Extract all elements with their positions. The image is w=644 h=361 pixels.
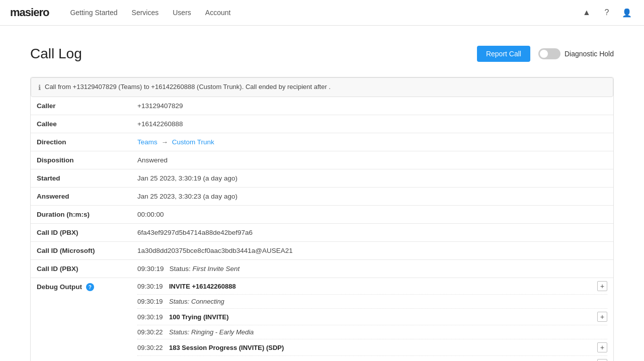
debug-help-icon[interactable]: ? (86, 283, 94, 291)
debug-content: 100 Trying (INVITE) (169, 313, 593, 321)
field-label-caller: Caller (31, 97, 131, 115)
field-value-callid-microsoft: 1a30d8dd20375bce8cf0aac3bdb3441a@AUSEA21 (131, 242, 613, 260)
navbar: masiero Getting Started Services Users A… (0, 0, 644, 26)
field-value-disposition: Answered (131, 151, 613, 169)
debug-time: 09:30:19 (137, 283, 165, 290)
field-value-callee: +16142260888 (131, 115, 613, 133)
diagnostic-hold-label: Diagnostic Hold (565, 50, 614, 58)
debug-time: 09:30:19 (137, 298, 165, 305)
info-circle-icon: ℹ (38, 83, 41, 92)
main-content: Call Log Report Call Diagnostic Hold ℹ C… (0, 26, 644, 361)
debug-expand-button[interactable]: + (597, 359, 607, 361)
field-value-started: Jan 25 2023, 3:30:19 (a day ago) (131, 169, 613, 188)
field-value-callid-pbx: 6fa43ef9297d5b4714a88de42bef97a6 (131, 224, 613, 242)
field-label-callid-microsoft: Call ID (Microsoft) (31, 242, 131, 260)
field-value-direction: Teams → Custom Trunk (131, 133, 613, 151)
debug-status-text: Status: Ringing - Early Media (169, 328, 254, 336)
upload-icon[interactable]: ▲ (580, 6, 594, 20)
callid-time: 09:30:19 (137, 265, 164, 273)
debug-content: 183 Session Progress (INVITE) (SDP) (169, 344, 593, 351)
nav-getting-started[interactable]: Getting Started (64, 6, 123, 20)
debug-output-row: 09:30:19 INVITE +16142260888 + (137, 278, 607, 295)
info-message: Call from +13129407829 (Teams) to +16142… (45, 83, 331, 91)
header-actions: Report Call Diagnostic Hold (477, 46, 614, 62)
debug-bold-text: 100 Trying (INVITE) (169, 313, 228, 321)
field-value-duration: 00:00:00 (131, 206, 613, 224)
user-icon[interactable]: 👤 (620, 6, 634, 20)
field-value-callid-pbx-status: 09:30:19 Status: First Invite Sent (131, 260, 613, 278)
field-label-answered: Answered (31, 188, 131, 206)
debug-time: 09:30:19 (137, 313, 165, 321)
nav-account[interactable]: Account (199, 6, 237, 20)
table-row: Direction Teams → Custom Trunk (31, 133, 613, 151)
direction-from-link[interactable]: Teams (137, 138, 157, 146)
table-row: Disposition Answered (31, 151, 613, 169)
content-box: ℹ Call from +13129407829 (Teams) to +161… (30, 77, 614, 361)
table-row: Call ID (PBX) 09:30:19 Status: First Inv… (31, 260, 613, 278)
details-table: Caller +13129407829 Callee +16142260888 … (31, 97, 613, 361)
nav-links: Getting Started Services Users Account (64, 6, 580, 20)
debug-content: Status: Connecting (169, 298, 607, 305)
debug-bold-text: INVITE +16142260888 (169, 283, 236, 290)
nav-right: ▲ ? 👤 (580, 6, 634, 20)
field-label-started: Started (31, 169, 131, 188)
table-row: Duration (h:m:s) 00:00:00 (31, 206, 613, 224)
field-value-caller: +13129407829 (131, 97, 613, 115)
toggle-slider (538, 48, 560, 59)
table-row: Answered Jan 25 2023, 3:30:23 (a day ago… (31, 188, 613, 206)
debug-rows-container: 09:30:19 INVITE +16142260888 + 09:30:19 … (137, 278, 607, 361)
page-header: Call Log Report Call Diagnostic Hold (30, 46, 614, 62)
table-row: Caller +13129407829 (31, 97, 613, 115)
debug-expand-button[interactable]: + (597, 342, 607, 352)
debug-content: Status: Ringing - Early Media (169, 328, 607, 336)
report-call-button[interactable]: Report Call (477, 46, 530, 62)
debug-output-row: 09:30:19 Status: Connecting (137, 295, 607, 309)
nav-users[interactable]: Users (167, 6, 197, 20)
field-label-duration: Duration (h:m:s) (31, 206, 131, 224)
debug-status-text: Status: Connecting (169, 298, 224, 305)
table-row: Started Jan 25 2023, 3:30:19 (a day ago) (31, 169, 613, 188)
debug-output-row: 09:30:22 PRACK + (137, 356, 607, 361)
diagnostic-hold-toggle[interactable] (538, 48, 560, 59)
field-label-direction: Direction (31, 133, 131, 151)
debug-bold-text: 183 Session Progress (INVITE) (SDP) (169, 344, 284, 351)
table-row: Call ID (PBX) 6fa43ef9297d5b4714a88de42b… (31, 224, 613, 242)
debug-output-row: 09:30:19 100 Trying (INVITE) + (137, 309, 607, 325)
help-icon[interactable]: ? (600, 6, 614, 20)
debug-expand-button[interactable]: + (597, 281, 607, 291)
debug-time: 09:30:22 (137, 344, 165, 351)
debug-output-row: 09:30:22 Status: Ringing - Early Media (137, 325, 607, 339)
page-title: Call Log (30, 46, 82, 62)
info-box: ℹ Call from +13129407829 (Teams) to +161… (31, 77, 613, 97)
field-label-callid-pbx2: Call ID (PBX) (31, 260, 131, 278)
diagnostic-hold-toggle-wrap: Diagnostic Hold (538, 48, 614, 59)
debug-row: Debug Output ? 09:30:19 INVITE +16142260… (31, 278, 613, 362)
arrow-icon: → (162, 138, 169, 146)
debug-expand-button[interactable]: + (597, 312, 607, 322)
callid-status-text: First Invite Sent (193, 265, 240, 273)
field-label-callid-pbx: Call ID (PBX) (31, 224, 131, 242)
nav-services[interactable]: Services (126, 6, 165, 20)
field-value-answered: Jan 25 2023, 3:30:23 (a day ago) (131, 188, 613, 206)
debug-output-row: 09:30:22 183 Session Progress (INVITE) (… (137, 339, 607, 356)
field-label-disposition: Disposition (31, 151, 131, 169)
debug-content: INVITE +16142260888 (169, 283, 593, 290)
field-label-debug: Debug Output ? (31, 278, 131, 362)
table-row: Call ID (Microsoft) 1a30d8dd20375bce8cf0… (31, 242, 613, 260)
direction-to-link[interactable]: Custom Trunk (172, 138, 214, 146)
field-value-debug: 09:30:19 INVITE +16142260888 + 09:30:19 … (131, 278, 613, 362)
brand-logo[interactable]: masiero (10, 6, 49, 19)
field-label-callee: Callee (31, 115, 131, 133)
debug-time: 09:30:22 (137, 328, 165, 336)
table-row: Callee +16142260888 (31, 115, 613, 133)
